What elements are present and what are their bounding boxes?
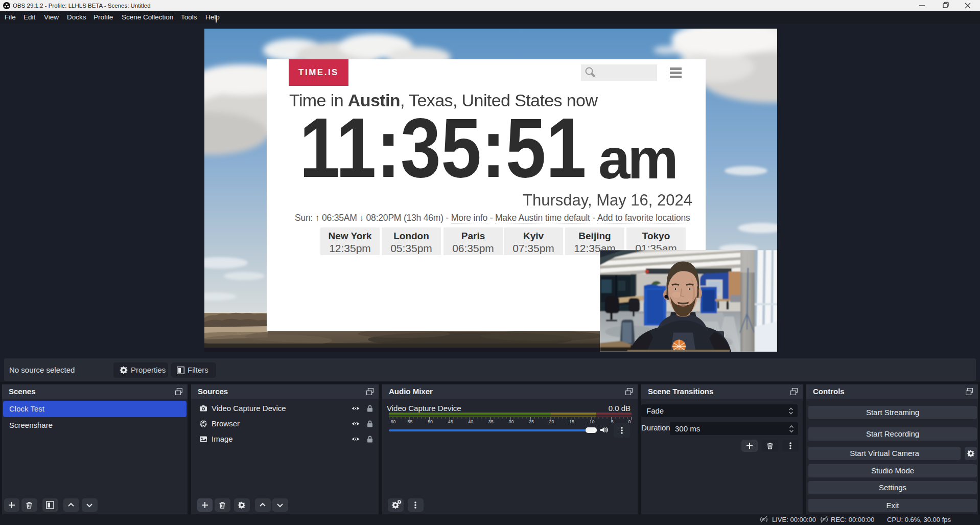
svg-text:-15: -15: [568, 419, 574, 424]
svg-text:-35: -35: [487, 419, 494, 424]
svg-text:-25: -25: [527, 419, 534, 424]
svg-text:-5: -5: [610, 419, 614, 424]
svg-text:-50: -50: [426, 419, 433, 424]
svg-text:-40: -40: [466, 419, 473, 424]
svg-text:-55: -55: [406, 419, 412, 424]
svg-text:-20: -20: [547, 419, 554, 424]
svg-text:-10: -10: [588, 419, 595, 424]
svg-text:-45: -45: [447, 419, 453, 424]
svg-text:-30: -30: [507, 419, 514, 424]
svg-text:-60: -60: [389, 419, 395, 424]
